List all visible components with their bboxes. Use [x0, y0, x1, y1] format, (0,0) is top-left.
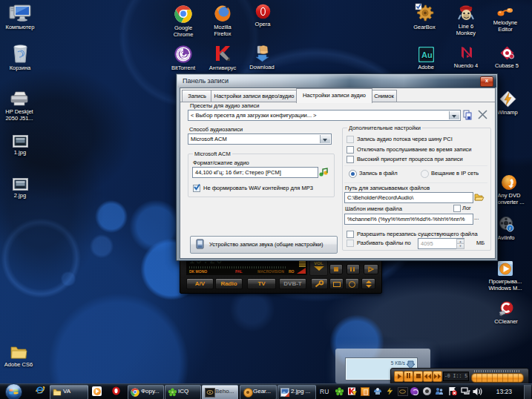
svg-text:Au: Au — [421, 50, 433, 59]
svg-text:i: i — [509, 225, 510, 231]
